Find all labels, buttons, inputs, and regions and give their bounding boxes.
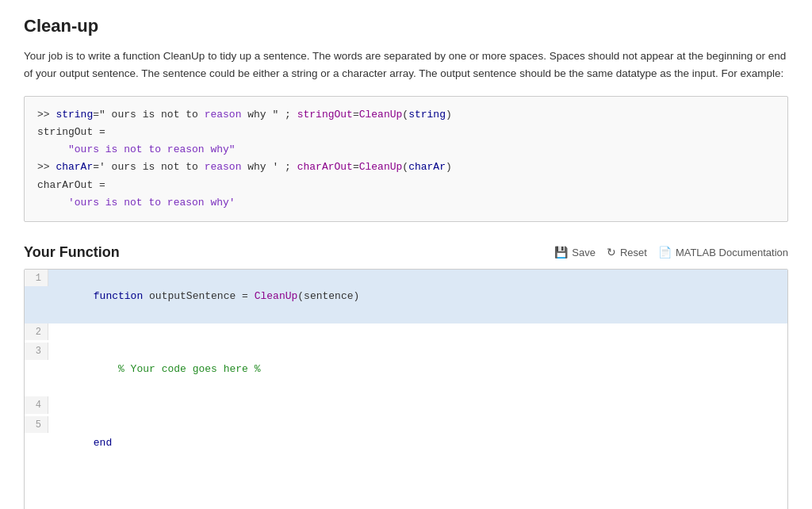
save-button[interactable]: 💾 Save (554, 246, 596, 258)
your-function-header: Your Function 💾 Save ↻ Reset 📄 MATLAB Do… (24, 244, 788, 261)
reset-button[interactable]: ↻ Reset (607, 246, 647, 258)
line-number-3: 3 (25, 343, 48, 359)
line-content-3: % Your code goes here % (48, 343, 268, 396)
example-line-4: >> charAr=' ours is not to reason why ' … (37, 159, 775, 176)
matlab-doc-label: MATLAB Documentation (676, 247, 788, 258)
line-content-5: end (48, 416, 120, 470)
example-line-1: >> string=" ours is not to reason why " … (37, 106, 775, 124)
editor-line-1: 1 function outputSentence = CleanUp(sent… (25, 270, 787, 323)
function-editor[interactable]: 1 function outputSentence = CleanUp(sent… (24, 269, 788, 509)
prompt-1: >> (37, 109, 56, 121)
line-number-5: 5 (25, 416, 48, 433)
example-line-5: charArOut = (37, 177, 775, 194)
reset-label: Reset (620, 247, 647, 258)
editor-line-2: 2 (25, 323, 787, 343)
example-line-3: "ours is not to reason why" (37, 141, 775, 159)
editor-empty-space (25, 470, 787, 509)
function-toolbar: 💾 Save ↻ Reset 📄 MATLAB Documentation (554, 246, 788, 258)
example-line-6: 'ours is not to reason why' (37, 194, 775, 212)
line-content-2 (48, 323, 71, 343)
line-number-4: 4 (25, 396, 48, 413)
page-description: Your job is to write a function CleanUp … (24, 48, 788, 82)
editor-line-3: 3 % Your code goes here % (25, 343, 787, 396)
your-function-title: Your Function (24, 244, 120, 261)
line-content-1: function outputSentence = CleanUp(senten… (48, 270, 367, 323)
editor-line-5: 5 end (25, 416, 787, 470)
matlab-doc-button[interactable]: 📄 MATLAB Documentation (658, 246, 788, 258)
editor-line-4: 4 (25, 396, 787, 415)
line-content-4 (48, 396, 71, 415)
reset-icon: ↻ (607, 246, 616, 258)
line-number-1: 1 (25, 270, 48, 286)
example-line-2: stringOut = (37, 124, 775, 141)
example-code-box: >> string=" ours is not to reason why " … (24, 96, 788, 222)
page-title: Clean-up (24, 16, 788, 36)
line-number-2: 2 (25, 323, 48, 340)
save-label: Save (572, 247, 596, 258)
save-icon: 💾 (554, 246, 568, 258)
matlab-doc-icon: 📄 (658, 246, 672, 258)
